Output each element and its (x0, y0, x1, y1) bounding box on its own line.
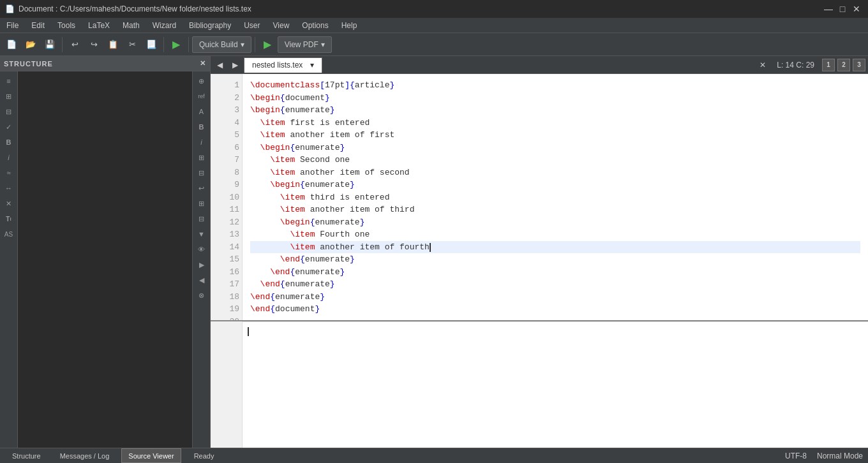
tab-dropdown-arrow: ▾ (310, 61, 314, 70)
right-icon-x[interactable]: ⊗ (195, 288, 209, 302)
code-line-14: \item another item of fourth (250, 241, 860, 254)
menu-options[interactable]: Options (296, 18, 334, 33)
code-line-3: \begin{enumerate} (250, 104, 860, 117)
title-bar-left: 📄 Document : C:/Users/mahesh/Documents/N… (5, 4, 251, 13)
code-line-11: \item another item of third (250, 203, 860, 216)
menu-bar: File Edit Tools LaTeX Math Wizard Biblio… (0, 18, 868, 33)
lower-content (243, 321, 868, 448)
code-editor[interactable]: 12345 678910 1112131415 1617181920 \docu… (211, 74, 868, 320)
code-line-16: \end{enumerate} (250, 266, 860, 279)
status-ready: Ready (194, 452, 214, 460)
status-tab-source[interactable]: Source Viewer (121, 448, 181, 463)
run-button[interactable]: ▶ (167, 36, 185, 54)
view-btn-3[interactable]: 3 (853, 59, 865, 71)
right-icon-bold2[interactable]: B (195, 120, 209, 134)
new-button[interactable]: 📄 (3, 36, 20, 54)
right-icon-eye[interactable]: 👁 (195, 242, 209, 256)
right-icon-left[interactable]: ◀ (195, 273, 209, 287)
sep4 (255, 37, 255, 52)
menu-user[interactable]: User (237, 18, 266, 33)
code-line-15: \end{enumerate} (250, 253, 860, 266)
save-button[interactable]: 💾 (41, 36, 59, 54)
right-icon-right[interactable]: ▶ (195, 258, 209, 272)
lower-line-numbers (211, 321, 243, 448)
tab-close-btn[interactable]: ✕ (756, 59, 769, 71)
right-icon-down[interactable]: ▼ (195, 227, 209, 241)
view-btn-2[interactable]: 2 (837, 59, 850, 71)
run2-button[interactable]: ▶ (258, 36, 276, 54)
code-line-7: \item Second one (250, 154, 860, 166)
editor-lower (211, 321, 868, 448)
quick-build-label: Quick Build (199, 40, 238, 49)
code-content[interactable]: \documentclass[17pt]{article} \begin{doc… (243, 74, 868, 320)
struct-icon-approx[interactable]: ≈ (2, 166, 16, 180)
code-line-4: \item first is entered (250, 117, 860, 129)
structure-body: ≡ ⊞ ⊟ ✓ B i ≈ ↔ ✕ Ti AS ⊕ ref A B i (0, 71, 210, 448)
app-icon: 📄 (5, 4, 15, 13)
bottom-area (211, 320, 868, 448)
struct-icon-italic[interactable]: i (2, 151, 16, 165)
menu-edit[interactable]: Edit (25, 18, 51, 33)
code-line-12: \begin{enumerate} (250, 216, 860, 229)
paste-button[interactable]: 📃 (142, 36, 160, 54)
status-right: UTF-8 Normal Mode (785, 452, 863, 460)
right-icon-grid-add[interactable]: ⊞ (195, 151, 209, 165)
right-icon-ref[interactable]: ref (195, 89, 209, 103)
editor-tab-main[interactable]: nested lists.tex ▾ (244, 57, 322, 73)
right-icon-grid3[interactable]: ⊟ (195, 212, 209, 226)
open-button[interactable]: 📂 (22, 36, 40, 54)
cursor (430, 243, 431, 252)
menu-math[interactable]: Math (116, 18, 146, 33)
tab-next-button[interactable]: ▶ (228, 59, 241, 71)
status-tab-structure[interactable]: Structure (5, 448, 48, 463)
copy2-button[interactable]: 📋 (104, 36, 122, 54)
menu-help[interactable]: Help (335, 18, 364, 33)
menu-wizard[interactable]: Wizard (146, 18, 183, 33)
editor-tab-right: ✕ L: 14 C: 29 1 2 3 (756, 59, 865, 71)
sep1 (62, 37, 63, 52)
code-line-19: \end{document} (250, 303, 860, 316)
quick-build-button[interactable]: Quick Build ▾ (192, 36, 251, 53)
maximize-button[interactable]: □ (836, 3, 849, 15)
struct-icon-arrow[interactable]: ↔ (2, 181, 16, 195)
status-encoding: UTF-8 (785, 452, 807, 460)
struct-icon-cross[interactable]: ✕ (2, 196, 16, 210)
code-line-8: \item another item of second (250, 166, 860, 179)
struct-icon-t[interactable]: Ti (2, 212, 16, 226)
view-btn-1[interactable]: 1 (822, 59, 835, 71)
structure-panel: STRUCTURE ✕ ≡ ⊞ ⊟ ✓ B i ≈ ↔ ✕ Ti AS ⊕ (0, 56, 211, 448)
close-button[interactable]: ✕ (850, 3, 863, 15)
menu-latex[interactable]: LaTeX (82, 18, 116, 33)
right-icon-italic2[interactable]: i (195, 135, 209, 149)
code-line-17: \end{enumerate} (250, 278, 860, 291)
code-line-1: \documentclass[17pt]{article} (250, 79, 860, 92)
struct-icon-check[interactable]: ✓ (2, 120, 16, 134)
menu-file[interactable]: File (0, 18, 25, 33)
undo-button[interactable]: ↩ (66, 36, 84, 54)
structure-close-icon[interactable]: ✕ (200, 59, 206, 68)
tab-filename: nested lists.tex (252, 61, 303, 70)
right-icon-add[interactable]: ⊕ (195, 74, 209, 88)
right-icon-grid-remove[interactable]: ⊟ (195, 166, 209, 180)
status-tab-messages[interactable]: Messages / Log (53, 448, 117, 463)
title-text: Document : C:/Users/mahesh/Documents/New… (19, 4, 251, 13)
struct-icon-expand[interactable]: ⊞ (2, 89, 16, 103)
struct-icon-as[interactable]: AS (2, 227, 16, 241)
menu-view[interactable]: View (267, 18, 296, 33)
menu-bibliography[interactable]: Bibliography (183, 18, 237, 33)
struct-icon-bold[interactable]: B (2, 135, 16, 149)
struct-icon-menu[interactable]: ≡ (2, 74, 16, 88)
right-icon-grid2[interactable]: ⊞ (195, 196, 209, 210)
minimize-button[interactable]: — (822, 3, 835, 15)
view-pdf-button[interactable]: View PDF ▾ (278, 36, 332, 53)
menu-tools[interactable]: Tools (51, 18, 82, 33)
struct-icon-collapse[interactable]: ⊟ (2, 105, 16, 119)
right-icon-undo[interactable]: ↩ (195, 181, 209, 195)
sep3 (188, 37, 189, 52)
structure-header: STRUCTURE ✕ (0, 56, 210, 71)
cut-button[interactable]: ✂ (123, 36, 141, 54)
right-icon-a[interactable]: A (195, 105, 209, 119)
sep2 (163, 37, 164, 52)
tab-prev-button[interactable]: ◀ (213, 59, 226, 71)
redo-button[interactable]: ↪ (85, 36, 103, 54)
